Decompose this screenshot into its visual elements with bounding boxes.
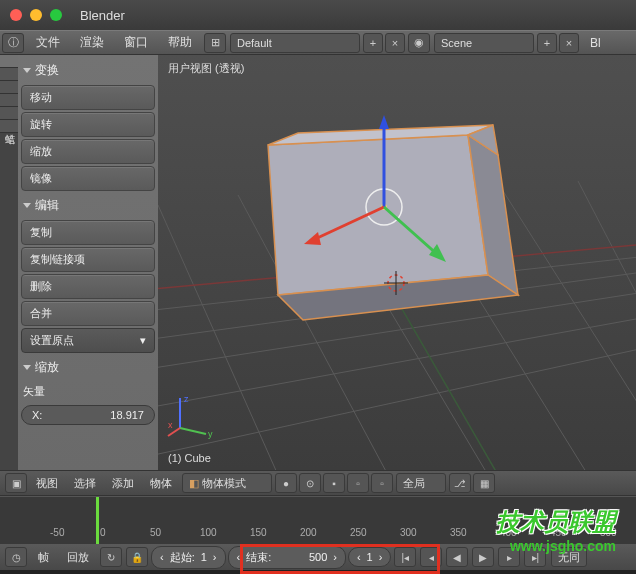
tab-tools[interactable]: 工具 — [0, 55, 18, 68]
editor-type-icon[interactable]: ⓘ — [2, 33, 24, 53]
render-icon[interactable]: ▦ — [473, 473, 495, 493]
vh-add[interactable]: 添加 — [104, 476, 142, 491]
tab-grease[interactable]: 蜡笔 — [0, 120, 18, 133]
pivot-icon[interactable]: ⊙ — [299, 473, 321, 493]
move-button[interactable]: 移动 — [21, 85, 155, 110]
tl-frame[interactable]: 帧 — [30, 550, 57, 565]
scene-add-button[interactable]: + — [537, 33, 557, 53]
join-button[interactable]: 合并 — [21, 301, 155, 326]
vector-label: 矢量 — [21, 380, 155, 403]
screen-layout-icon[interactable]: ⊞ — [204, 33, 226, 53]
triangle-icon — [23, 365, 31, 370]
orientation-dropdown[interactable]: 全局 — [396, 473, 446, 493]
timeline-tick: 250 — [350, 527, 367, 538]
layout-del-button[interactable]: × — [385, 33, 405, 53]
menu-right: Bl — [580, 36, 611, 50]
vh-view[interactable]: 视图 — [28, 476, 66, 491]
duplicate-button[interactable]: 复制 — [21, 220, 155, 245]
set-origin-dropdown[interactable]: 设置原点▾ — [21, 328, 155, 353]
triangle-icon — [23, 68, 31, 73]
playhead[interactable] — [96, 497, 99, 544]
layout-add-button[interactable]: + — [363, 33, 383, 53]
titlebar: Blender — [0, 0, 636, 30]
viewport-header: ▣ 视图 选择 添加 物体 ◧ 物体模式 ● ⊙ ▪ ▫ ▫ 全局 ⎇ ▦ — [0, 470, 636, 496]
menu-render[interactable]: 渲染 — [70, 34, 114, 51]
info-header: ⓘ 文件 渲染 窗口 帮助 ⊞ Default + × ◉ Scene + × … — [0, 30, 636, 55]
watermark: 技术员联盟 www.jsgho.com — [496, 506, 616, 554]
tab-create[interactable]: 创建 — [0, 68, 18, 81]
mirror-button[interactable]: 镜像 — [21, 166, 155, 191]
rotate-button[interactable]: 旋转 — [21, 112, 155, 137]
viewport-scene — [158, 55, 636, 470]
timeline-tick: -50 — [50, 527, 64, 538]
minimize-icon[interactable] — [30, 9, 42, 21]
layer-3[interactable]: ▫ — [371, 473, 393, 493]
start-frame-field[interactable]: ‹起始:1› — [151, 546, 226, 569]
editor-type-timeline-icon[interactable]: ◷ — [5, 547, 27, 567]
scene-del-button[interactable]: × — [559, 33, 579, 53]
triangle-icon — [23, 203, 31, 208]
delete-button[interactable]: 删除 — [21, 274, 155, 299]
play-icon[interactable]: ▶ — [472, 547, 494, 567]
svg-text:x: x — [168, 420, 173, 430]
play-rev-icon[interactable]: ◀ — [446, 547, 468, 567]
menu-window[interactable]: 窗口 — [114, 34, 158, 51]
scale-x-field[interactable]: X:18.917 — [21, 405, 155, 425]
timeline-tick: 50 — [150, 527, 161, 538]
close-icon[interactable] — [10, 9, 22, 21]
object-label: (1) Cube — [168, 452, 211, 464]
menu-help[interactable]: 帮助 — [158, 34, 202, 51]
tl-sync-icon[interactable]: ↻ — [100, 547, 122, 567]
tab-animation[interactable]: 动画 — [0, 94, 18, 107]
timeline-tick: 100 — [200, 527, 217, 538]
shading-solid-icon[interactable]: ● — [275, 473, 297, 493]
maximize-icon[interactable] — [50, 9, 62, 21]
tool-tabs: 工具 创建 关系 动画 物理 蜡笔 — [0, 55, 18, 470]
snap-icon[interactable]: ⎇ — [449, 473, 471, 493]
panel-scale-header[interactable]: 缩放 — [21, 355, 155, 380]
timeline-tick: 300 — [400, 527, 417, 538]
tl-lock-icon[interactable]: 🔒 — [126, 547, 148, 567]
tool-panel: 变换 移动 旋转 缩放 镜像 编辑 复制 复制链接项 删除 合并 设置原点▾ 缩… — [18, 55, 158, 470]
svg-line-30 — [180, 428, 206, 434]
axis-widget: z y x — [168, 390, 218, 440]
tab-physics[interactable]: 物理 — [0, 107, 18, 120]
scene-icon[interactable]: ◉ — [408, 33, 430, 53]
vh-object[interactable]: 物体 — [142, 476, 180, 491]
layer-2[interactable]: ▫ — [347, 473, 369, 493]
layout-dropdown[interactable]: Default — [230, 33, 360, 53]
menu-file[interactable]: 文件 — [26, 34, 70, 51]
mode-dropdown[interactable]: ◧ 物体模式 — [182, 473, 272, 493]
scale-button[interactable]: 缩放 — [21, 139, 155, 164]
viewport-label: 用户视图 (透视) — [168, 61, 244, 76]
panel-transform-header[interactable]: 变换 — [21, 58, 155, 83]
timeline-tick: 150 — [250, 527, 267, 538]
svg-text:z: z — [184, 394, 189, 404]
vh-select[interactable]: 选择 — [66, 476, 104, 491]
tab-relations[interactable]: 关系 — [0, 81, 18, 94]
app-title: Blender — [80, 8, 125, 23]
editor-type-3d-icon[interactable]: ▣ — [5, 473, 27, 493]
svg-text:y: y — [208, 429, 213, 439]
tl-playback[interactable]: 回放 — [59, 550, 97, 565]
layer-1[interactable]: ▪ — [323, 473, 345, 493]
timeline-tick: 200 — [300, 527, 317, 538]
chevron-down-icon: ▾ — [140, 334, 146, 347]
timeline-tick: 350 — [450, 527, 467, 538]
scene-dropdown[interactable]: Scene — [434, 33, 534, 53]
panel-edit-header[interactable]: 编辑 — [21, 193, 155, 218]
svg-marker-12 — [268, 135, 488, 295]
timeline-tick: 0 — [100, 527, 106, 538]
3d-viewport[interactable]: 用户视图 (透视) — [158, 55, 636, 470]
highlight-annotation — [240, 544, 440, 574]
duplicate-linked-button[interactable]: 复制链接项 — [21, 247, 155, 272]
